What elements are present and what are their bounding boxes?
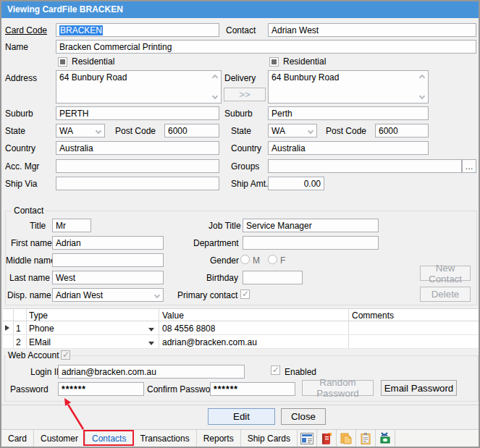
residential-checkbox-right[interactable] bbox=[269, 57, 279, 67]
chevron-down-icon[interactable] bbox=[148, 342, 154, 345]
column-header-value[interactable]: Value bbox=[162, 310, 184, 321]
contact-methods-table: Type Value Comments 1 Phone 08 4556 8808… bbox=[3, 308, 480, 348]
contact-label: Contact bbox=[226, 25, 256, 35]
delete-button[interactable]: Delete bbox=[420, 287, 471, 302]
first-name-field[interactable]: Adrian bbox=[52, 236, 164, 250]
chevron-down-icon[interactable] bbox=[148, 328, 154, 331]
post-code-label-right: Post Code bbox=[326, 126, 366, 136]
type-cell[interactable]: EMail bbox=[29, 337, 51, 347]
till-button[interactable] bbox=[376, 430, 395, 447]
chevron-down-icon[interactable] bbox=[304, 125, 316, 136]
primary-contact-checkbox[interactable] bbox=[240, 289, 250, 299]
random-password-button[interactable]: Random Password bbox=[302, 380, 374, 396]
birthday-label: Birthday bbox=[206, 273, 238, 283]
web-account-checkbox[interactable] bbox=[61, 350, 70, 360]
groups-field[interactable] bbox=[268, 159, 462, 173]
value-cell[interactable]: 08 4556 8808 bbox=[162, 324, 215, 334]
notes-icon bbox=[358, 431, 373, 446]
edit-button[interactable]: Edit bbox=[208, 408, 275, 425]
department-field[interactable] bbox=[243, 236, 379, 250]
email-password-button[interactable]: Email Password bbox=[381, 380, 457, 396]
acc-mgr-label: Acc. Mgr bbox=[5, 161, 39, 172]
delivery-address-field[interactable]: 64 Bunbury Road bbox=[268, 70, 429, 103]
job-title-label: Job Title bbox=[209, 221, 241, 231]
name-label: Name bbox=[5, 42, 28, 52]
post-code-field-right[interactable]: 6000 bbox=[375, 124, 429, 138]
scroll-up-icon[interactable] bbox=[212, 75, 218, 80]
contacts-book-button[interactable] bbox=[317, 430, 337, 447]
close-button[interactable]: Close bbox=[281, 408, 326, 425]
window-title: Viewing CardFile BRACKEN bbox=[1, 1, 479, 18]
tab-transactions[interactable]: Transactions bbox=[133, 430, 196, 447]
copy-icon bbox=[339, 431, 353, 446]
country-field-right[interactable]: Australia bbox=[268, 141, 429, 155]
country-field-left[interactable]: Australia bbox=[56, 141, 219, 155]
state-value-left: WA bbox=[59, 126, 73, 136]
column-header-type[interactable]: Type bbox=[29, 310, 48, 321]
ship-amt-label: Ship Amt. bbox=[231, 179, 268, 189]
tab-contacts[interactable]: Contacts bbox=[85, 430, 133, 447]
card-view-button[interactable] bbox=[298, 430, 317, 447]
gender-m-label: M bbox=[253, 255, 260, 266]
last-name-field[interactable]: West bbox=[52, 271, 164, 284]
contacts-book-icon bbox=[319, 431, 334, 446]
copy-button[interactable] bbox=[337, 430, 356, 447]
copy-address-button[interactable]: >> bbox=[224, 88, 266, 101]
scroll-down-icon[interactable] bbox=[212, 93, 218, 99]
confirm-password-field[interactable]: ****** bbox=[210, 382, 295, 396]
disp-name-dropdown[interactable]: Adrian West bbox=[52, 288, 164, 302]
contact-groupbox-legend: Contact bbox=[12, 206, 46, 216]
state-label-right: State bbox=[231, 126, 251, 136]
column-header-comments[interactable]: Comments bbox=[352, 310, 394, 321]
contact-field[interactable]: Adrian West bbox=[268, 23, 476, 37]
middle-name-field[interactable] bbox=[52, 253, 164, 267]
department-label: Department bbox=[193, 238, 239, 248]
enabled-checkbox[interactable] bbox=[271, 365, 280, 375]
ship-via-field[interactable] bbox=[56, 177, 219, 190]
ship-amt-field[interactable]: 0.00 bbox=[268, 177, 324, 190]
till-icon bbox=[378, 431, 392, 446]
suburb-field-right[interactable]: Perth bbox=[268, 106, 429, 120]
last-name-label: Last name bbox=[9, 273, 50, 283]
password-field[interactable]: ****** bbox=[58, 382, 144, 396]
country-label-left: Country bbox=[5, 143, 35, 153]
groups-browse-button[interactable]: ... bbox=[462, 159, 476, 173]
job-title-field[interactable]: Service Manager bbox=[243, 219, 379, 232]
address-label: Address bbox=[5, 73, 37, 83]
card-code-label[interactable]: Card Code bbox=[5, 25, 47, 35]
state-dropdown-right[interactable]: WA bbox=[268, 124, 317, 138]
type-cell[interactable]: Phone bbox=[29, 324, 54, 334]
notes-button[interactable] bbox=[356, 430, 376, 447]
scroll-up-icon[interactable] bbox=[419, 75, 425, 80]
chevron-down-icon[interactable] bbox=[92, 125, 104, 136]
login-id-field[interactable]: adrian@bracken.com.au bbox=[58, 365, 245, 379]
country-label-right: Country bbox=[231, 143, 261, 153]
gender-f-radio[interactable] bbox=[268, 255, 277, 264]
state-label-left: State bbox=[5, 126, 25, 136]
tab-card[interactable]: Card bbox=[1, 430, 34, 447]
tab-reports[interactable]: Reports bbox=[197, 430, 241, 447]
birthday-field[interactable] bbox=[243, 271, 303, 284]
title-field[interactable]: Mr bbox=[52, 219, 91, 232]
tab-ship-cards[interactable]: Ship Cards bbox=[241, 430, 298, 447]
address-field[interactable]: 64 Bunbury Road bbox=[56, 70, 222, 103]
gender-m-radio[interactable] bbox=[240, 255, 250, 264]
tab-customer[interactable]: Customer bbox=[34, 430, 85, 447]
residential-checkbox-left[interactable] bbox=[58, 57, 67, 67]
bottom-tab-bar: Card Customer Contacts Transactions Repo… bbox=[1, 429, 479, 447]
value-cell[interactable]: adrian@bracken.com.au bbox=[162, 337, 257, 347]
post-code-field-left[interactable]: 6000 bbox=[164, 124, 219, 138]
suburb-field-left[interactable]: PERTH bbox=[56, 106, 219, 120]
groups-label: Groups bbox=[231, 161, 259, 172]
card-code-field[interactable]: BRACKEN bbox=[56, 23, 219, 37]
acc-mgr-field[interactable] bbox=[56, 159, 219, 173]
row-number: 1 bbox=[16, 324, 21, 334]
middle-name-label: Middle name bbox=[6, 255, 56, 266]
chevron-down-icon[interactable] bbox=[151, 289, 162, 300]
scroll-down-icon[interactable] bbox=[419, 93, 425, 99]
name-field[interactable]: Bracken Commercial Printing bbox=[56, 40, 476, 54]
disp-name-value: Adrian West bbox=[56, 290, 103, 300]
state-dropdown-left[interactable]: WA bbox=[56, 124, 105, 138]
residential-label-right: Residential bbox=[283, 56, 326, 67]
new-contact-button[interactable]: New Contact bbox=[420, 266, 471, 281]
